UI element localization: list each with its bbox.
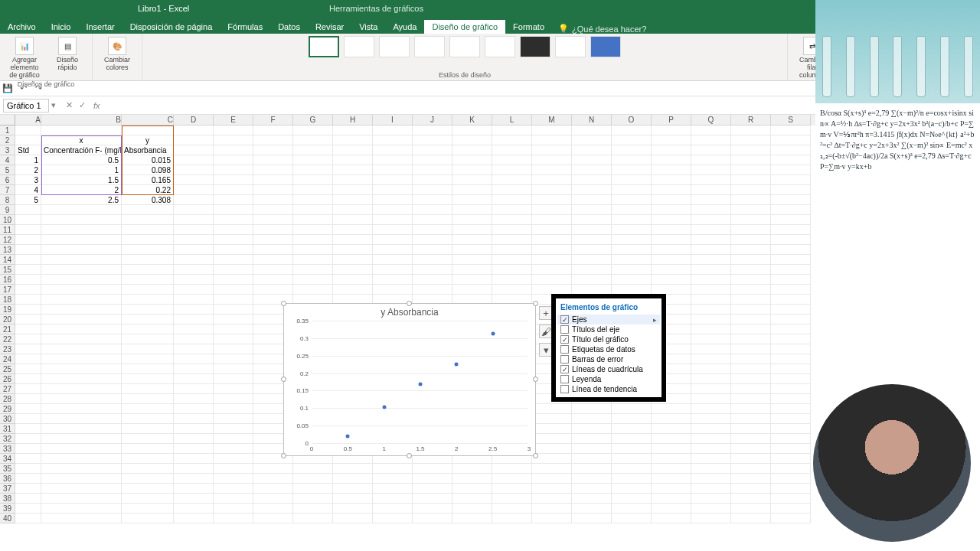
cell-C7[interactable]: 0.22 — [122, 185, 174, 195]
cell-B3[interactable]: Concentración F- (mg/L) — [41, 145, 122, 155]
cell-F12[interactable] — [253, 235, 293, 245]
cell-Q30[interactable] — [691, 414, 731, 424]
cell-G11[interactable] — [293, 225, 333, 235]
cell-J35[interactable] — [413, 464, 452, 474]
cell-E8[interactable] — [214, 195, 253, 205]
cell-D18[interactable] — [174, 295, 214, 305]
cell-S9[interactable] — [771, 205, 811, 215]
cell-E7[interactable] — [214, 185, 253, 195]
cell-A19[interactable] — [15, 305, 41, 315]
tab-inicio[interactable]: Inicio — [44, 20, 79, 34]
cell-A33[interactable] — [15, 444, 41, 454]
cell-F40[interactable] — [253, 514, 293, 523]
cell-J8[interactable] — [413, 195, 452, 205]
cell-E34[interactable] — [214, 454, 253, 464]
column-header-O[interactable]: O — [612, 115, 652, 126]
cell-B33[interactable] — [41, 444, 122, 454]
cell-A34[interactable] — [15, 454, 41, 464]
cell-L12[interactable] — [492, 235, 532, 245]
cell-R5[interactable] — [731, 165, 771, 175]
cell-Q19[interactable] — [691, 305, 731, 315]
cell-L13[interactable] — [492, 245, 532, 255]
cell-R29[interactable] — [731, 404, 771, 414]
cell-R16[interactable] — [731, 275, 771, 285]
cell-O3[interactable] — [612, 145, 652, 155]
cell-F39[interactable] — [253, 504, 293, 514]
cell-M40[interactable] — [532, 514, 572, 523]
chart-style-6[interactable] — [485, 36, 515, 57]
name-box[interactable]: Gráfico 1 — [3, 99, 49, 112]
cell-A5[interactable]: 2 — [15, 165, 41, 175]
cell-N2[interactable] — [572, 135, 612, 145]
cell-Q14[interactable] — [691, 255, 731, 265]
cell-O33[interactable] — [612, 444, 652, 454]
cell-O5[interactable] — [612, 165, 652, 175]
cell-G6[interactable] — [293, 175, 333, 185]
cell-Q25[interactable] — [691, 364, 731, 374]
cell-B14[interactable] — [41, 255, 122, 265]
cell-S25[interactable] — [771, 364, 811, 374]
cell-C30[interactable] — [122, 414, 174, 424]
cell-S1[interactable] — [771, 126, 811, 135]
cell-G38[interactable] — [293, 494, 333, 504]
cell-E22[interactable] — [214, 334, 253, 344]
resize-handle[interactable] — [533, 301, 538, 306]
cell-Q21[interactable] — [691, 324, 731, 334]
row-header-35[interactable]: 35 — [0, 464, 15, 474]
cell-R18[interactable] — [731, 295, 771, 305]
name-box-dropdown[interactable]: ▾ — [49, 100, 58, 110]
cell-C36[interactable] — [122, 474, 174, 484]
cell-N32[interactable] — [572, 434, 612, 444]
cell-B4[interactable]: 0.5 — [41, 155, 122, 165]
cell-C38[interactable] — [122, 494, 174, 504]
column-header-R[interactable]: R — [731, 115, 771, 126]
cell-S26[interactable] — [771, 374, 811, 384]
chart-style-2[interactable] — [344, 36, 374, 57]
cell-L17[interactable] — [492, 285, 532, 295]
cell-J17[interactable] — [413, 285, 452, 295]
cell-A6[interactable]: 3 — [15, 175, 41, 185]
tab-archivo[interactable]: Archivo — [0, 20, 44, 34]
cell-Q13[interactable] — [691, 245, 731, 255]
cell-R12[interactable] — [731, 235, 771, 245]
cell-H39[interactable] — [333, 504, 373, 514]
cell-O34[interactable] — [612, 454, 652, 464]
row-header-26[interactable]: 26 — [0, 374, 15, 384]
cell-F11[interactable] — [253, 225, 293, 235]
row-header-15[interactable]: 15 — [0, 265, 15, 275]
cell-C14[interactable] — [122, 255, 174, 265]
cell-S15[interactable] — [771, 265, 811, 275]
cell-C23[interactable] — [122, 344, 174, 354]
cell-L38[interactable] — [492, 494, 532, 504]
cell-Q40[interactable] — [691, 514, 731, 523]
cell-B18[interactable] — [41, 295, 122, 305]
cell-E29[interactable] — [214, 404, 253, 414]
cell-O8[interactable] — [612, 195, 652, 205]
cell-G15[interactable] — [293, 265, 333, 275]
cell-C33[interactable] — [122, 444, 174, 454]
tab-formulas[interactable]: Fórmulas — [220, 20, 270, 34]
cell-D2[interactable] — [174, 135, 214, 145]
cell-O16[interactable] — [612, 275, 652, 285]
cell-G16[interactable] — [293, 275, 333, 285]
cell-D12[interactable] — [174, 235, 214, 245]
cell-C39[interactable] — [122, 504, 174, 514]
cell-D30[interactable] — [174, 414, 214, 424]
row-header-39[interactable]: 39 — [0, 504, 15, 514]
cell-S27[interactable] — [771, 384, 811, 394]
cell-B11[interactable] — [41, 225, 122, 235]
cell-A11[interactable] — [15, 225, 41, 235]
column-header-A[interactable]: A — [15, 115, 41, 126]
cell-H35[interactable] — [333, 464, 373, 474]
cell-G39[interactable] — [293, 504, 333, 514]
row-header-2[interactable]: 2 — [0, 135, 15, 145]
cell-S38[interactable] — [771, 494, 811, 504]
cell-R4[interactable] — [731, 155, 771, 165]
cell-Q2[interactable] — [691, 135, 731, 145]
cell-C26[interactable] — [122, 374, 174, 384]
cell-Q9[interactable] — [691, 205, 731, 215]
row-header-20[interactable]: 20 — [0, 315, 15, 324]
cell-Q16[interactable] — [691, 275, 731, 285]
column-header-Q[interactable]: Q — [691, 115, 731, 126]
cell-H16[interactable] — [333, 275, 373, 285]
